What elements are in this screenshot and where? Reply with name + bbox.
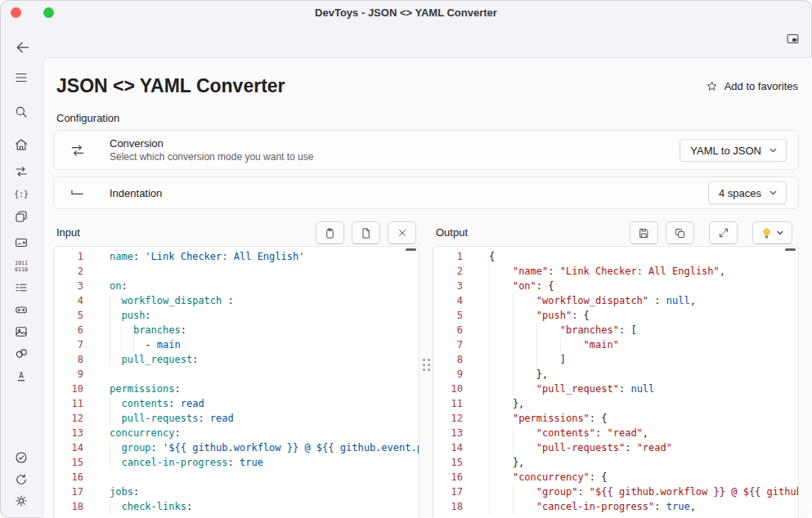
- input-editor[interactable]: 123456789101112131415161718 name: 'Link …: [53, 246, 419, 518]
- indent-guide: [489, 440, 490, 455]
- indent-guide: [513, 293, 514, 308]
- code-line: [110, 470, 419, 485]
- expand-button[interactable]: [709, 221, 738, 244]
- copy-button[interactable]: [666, 221, 694, 244]
- home-icon: [14, 137, 29, 152]
- conversion-title: Conversion: [110, 137, 313, 150]
- sidebar-item-testers[interactable]: [11, 299, 32, 320]
- sidebar-item-converters[interactable]: [11, 161, 32, 182]
- line-number: 2: [433, 264, 463, 279]
- converters-icon: [14, 164, 29, 179]
- code-line: },: [489, 396, 798, 411]
- line-number: 5: [54, 308, 83, 323]
- output-code[interactable]: { "name": "Link Checker: All English", "…: [469, 247, 798, 518]
- back-button[interactable]: [12, 37, 34, 58]
- indent-guide: [489, 293, 490, 308]
- panel-resize-handle[interactable]: [423, 359, 430, 371]
- save-icon: [638, 227, 650, 239]
- indent-guide: [110, 308, 110, 323]
- font-icon: A: [14, 368, 29, 383]
- sidebar-item-font-tools[interactable]: A: [11, 365, 32, 386]
- indent-guide: [489, 367, 490, 382]
- sidebar-item-shapes-tools[interactable]: [11, 343, 32, 364]
- code-line: "name": "Link Checker: All English",: [489, 264, 798, 279]
- indent-guide: [513, 382, 514, 396]
- code-line: push:: [110, 308, 419, 323]
- output-editor[interactable]: 123456789101112131415161718 { "name": "L…: [433, 246, 799, 518]
- sidebar-item-number-base[interactable]: 1011 0110: [11, 255, 32, 276]
- indentation-title: Indentation: [110, 187, 162, 199]
- indentation-dropdown[interactable]: 4 spaces: [708, 181, 787, 205]
- indent-guide: [110, 293, 110, 308]
- indentation-icon: [70, 185, 86, 201]
- line-number: 17: [54, 485, 83, 499]
- code-line: permissions:: [110, 382, 419, 396]
- input-code[interactable]: name: 'Link Checker: All English'on: wor…: [90, 247, 419, 518]
- indent-guide: [560, 337, 561, 352]
- smart-detection-button[interactable]: [752, 221, 792, 244]
- clear-input-button[interactable]: [388, 221, 416, 244]
- code-line: contents: read: [110, 396, 419, 411]
- sidebar-item-graphic-tools[interactable]: [11, 321, 32, 342]
- indent-guide: [513, 426, 514, 440]
- page-title: JSON <> YAML Converter: [56, 75, 285, 97]
- save-button[interactable]: [630, 221, 658, 244]
- input-line-numbers: 123456789101112131415161718: [54, 247, 90, 518]
- sidebar-item-all-tools[interactable]: [11, 134, 32, 155]
- code-line: },: [489, 455, 798, 470]
- sidebar-item-text-tools[interactable]: [11, 277, 32, 298]
- add-to-favorites-button[interactable]: Add to favorites: [706, 80, 798, 92]
- indent-guide: [110, 499, 110, 514]
- line-number: 12: [433, 411, 463, 426]
- indent-guide: [489, 470, 490, 485]
- menu-button[interactable]: [11, 67, 32, 88]
- close-button[interactable]: [11, 7, 21, 18]
- line-number: 4: [433, 293, 463, 308]
- titlebar: DevToys - JSON <> YAML Converter: [0, 0, 812, 25]
- input-scrollbar-thumb[interactable]: [406, 248, 416, 251]
- main-panel: JSON <> YAML Converter Add to favorites …: [43, 57, 812, 518]
- line-number: 3: [433, 279, 463, 293]
- sidebar-item-generators[interactable]: [11, 232, 32, 253]
- line-number: 18: [54, 499, 83, 514]
- code-line: },: [489, 367, 798, 382]
- code-line: "group": "${{ github.workflow }} @ ${{ g…: [489, 485, 798, 499]
- output-scrollbar-thumb[interactable]: [785, 248, 796, 251]
- app-window: DevToys - JSON <> YAML Converter {:}: [0, 0, 812, 518]
- line-number: 10: [54, 382, 83, 396]
- code-line: name: 'Link Checker: All English': [110, 249, 419, 264]
- code-line: check-links:: [110, 499, 419, 514]
- code-line: - main: [110, 337, 419, 352]
- generators-icon: [14, 235, 29, 250]
- indent-guide: [513, 352, 514, 367]
- indentation-value: 4 spaces: [719, 187, 761, 199]
- update-button[interactable]: [11, 469, 32, 490]
- indentation-setting-text: Indentation: [110, 187, 162, 199]
- svg-text:{:}: {:}: [14, 190, 29, 199]
- conversion-mode-dropdown[interactable]: YAML to JSON: [680, 138, 787, 162]
- account-button[interactable]: [11, 447, 32, 468]
- open-file-button[interactable]: [352, 221, 380, 244]
- compact-overlay-button[interactable]: [783, 29, 802, 47]
- code-line: on:: [110, 279, 419, 293]
- line-number: 6: [433, 323, 463, 337]
- indent-guide: [133, 337, 134, 352]
- zoom-button[interactable]: [43, 7, 54, 18]
- code-line: jobs:: [110, 485, 419, 499]
- paste-button[interactable]: [316, 221, 344, 244]
- search-button[interactable]: [11, 101, 32, 123]
- settings-button[interactable]: [11, 490, 32, 511]
- sidebar-item-formatters[interactable]: [11, 206, 32, 227]
- indent-guide: [513, 367, 514, 382]
- chevron-down-icon: [769, 145, 778, 154]
- code-line: {: [489, 249, 798, 264]
- line-number: 13: [433, 426, 463, 440]
- code-line: "workflow_dispatch" : null,: [489, 293, 798, 308]
- svg-text:0110: 0110: [15, 266, 28, 273]
- code-line: [110, 367, 419, 382]
- code-line: workflow_dispatch :: [110, 293, 419, 308]
- sidebar-item-encoders-decoders[interactable]: {:}: [11, 184, 32, 205]
- hamburger-icon: [14, 70, 29, 85]
- code-line: "pull-requests": "read": [489, 440, 798, 455]
- line-number: 8: [433, 352, 463, 367]
